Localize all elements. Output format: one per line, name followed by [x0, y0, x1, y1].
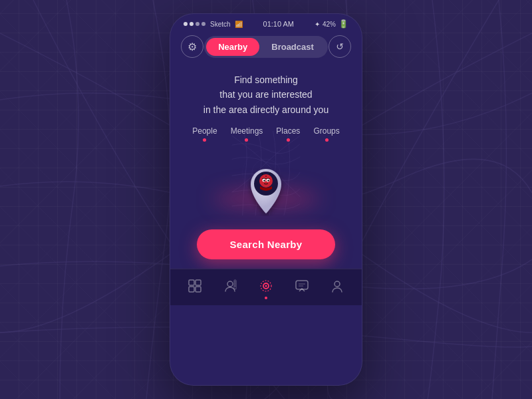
category-meetings-label: Meetings: [231, 126, 263, 136]
category-places-dot: [287, 138, 290, 142]
phone-frame: Sketch 📶 01:10 AM ✦ 42% 🔋 ⚙ Nearby Broad…: [170, 13, 362, 386]
hero-line3: in the area directly around you: [203, 102, 329, 117]
hero-line2: that you are interested: [203, 87, 329, 102]
category-groups-dot: [325, 138, 329, 142]
top-navigation: ⚙ Nearby Broadcast ↻: [170, 31, 362, 65]
nav-profile-icon[interactable]: [327, 276, 347, 296]
battery-percent: 42%: [323, 21, 336, 28]
category-people-label: People: [192, 126, 217, 136]
status-bar: Sketch 📶 01:10 AM ✦ 42% 🔋: [170, 14, 362, 31]
map-pin: [245, 166, 287, 216]
category-people-dot: [203, 138, 206, 142]
signal-dot-2: [190, 22, 194, 26]
search-nearby-button[interactable]: Search Nearby: [197, 229, 336, 259]
battery-icon: 🔋: [338, 19, 348, 29]
bluetooth-icon: ✦: [315, 21, 320, 28]
category-groups[interactable]: Groups: [313, 126, 339, 142]
nav-messages-icon[interactable]: [292, 276, 312, 296]
svg-point-7: [267, 180, 269, 181]
refresh-button[interactable]: ↻: [329, 35, 351, 58]
nav-nearby-icon[interactable]: [256, 276, 276, 296]
category-people[interactable]: People: [192, 126, 217, 142]
nav-contacts-icon[interactable]: [220, 276, 240, 296]
svg-rect-11: [189, 287, 194, 292]
category-meetings-dot: [245, 138, 248, 142]
hero-line1: Find something: [203, 72, 329, 87]
svg-point-13: [227, 281, 233, 287]
location-pin-area: [245, 166, 287, 216]
svg-point-24: [334, 281, 340, 287]
status-left: Sketch 📶: [184, 21, 243, 28]
wifi-icon: 📶: [235, 21, 243, 28]
svg-rect-9: [189, 280, 194, 285]
settings-button[interactable]: ⚙: [181, 35, 203, 58]
status-right: ✦ 42% 🔋: [315, 19, 348, 29]
svg-point-6: [263, 180, 265, 181]
category-groups-label: Groups: [313, 126, 339, 136]
pin-svg: [245, 166, 287, 216]
app-name-label: Sketch: [210, 21, 231, 28]
signal-dot-1: [184, 22, 188, 26]
hero-section: Find something that you are interested i…: [184, 65, 348, 117]
nav-feed-icon[interactable]: [185, 276, 205, 296]
svg-rect-14: [234, 280, 236, 289]
bottom-navigation: [170, 269, 362, 305]
signal-dot-4: [201, 22, 205, 26]
refresh-icon: ↻: [336, 41, 344, 52]
gear-icon: ⚙: [188, 41, 197, 53]
tab-switcher: Nearby Broadcast: [204, 36, 328, 58]
status-time: 01:10 AM: [263, 20, 294, 28]
signal-dot-3: [196, 22, 200, 26]
category-places-label: Places: [276, 126, 300, 136]
broadcast-tab[interactable]: Broadcast: [259, 38, 326, 56]
category-places[interactable]: Places: [276, 126, 300, 142]
svg-point-20: [265, 285, 267, 287]
category-meetings[interactable]: Meetings: [231, 126, 263, 142]
svg-rect-12: [196, 287, 201, 292]
svg-rect-21: [296, 281, 308, 289]
nearby-tab[interactable]: Nearby: [206, 38, 259, 56]
category-tabs: People Meetings Places Groups: [179, 117, 352, 146]
svg-rect-10: [196, 280, 201, 285]
